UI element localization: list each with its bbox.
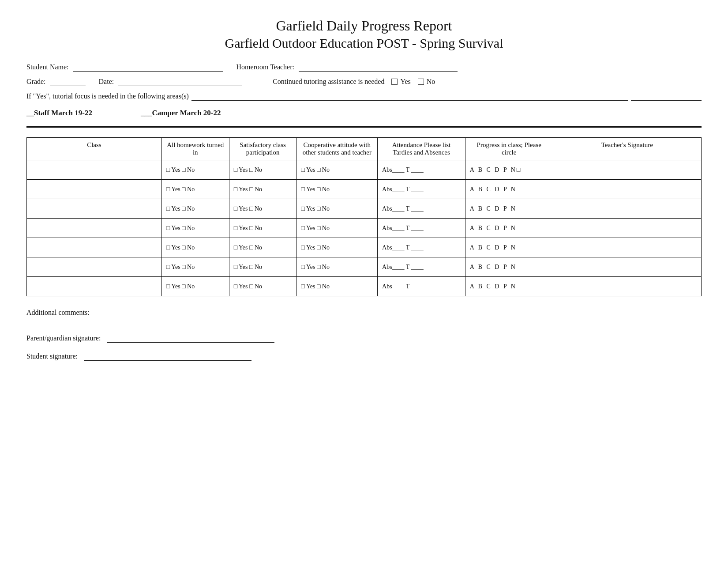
table-header-row: Class All homework turned in Satisfactor… xyxy=(27,138,702,160)
yes-no-cell-1[interactable]: □ Yes □ No xyxy=(229,238,296,257)
divider xyxy=(26,126,702,128)
yes-no-cell-2[interactable]: □ Yes □ No xyxy=(296,277,377,296)
class-cell[interactable] xyxy=(27,277,162,296)
yes-no-cell-2[interactable]: □ Yes □ No xyxy=(296,257,377,277)
yes-no-cell-2[interactable]: □ Yes □ No xyxy=(296,199,377,219)
staff-label: __Staff March 19-22 xyxy=(26,109,92,117)
class-cell[interactable] xyxy=(27,257,162,277)
yes-no-cell-0[interactable]: □ Yes □ No xyxy=(161,219,229,238)
grade-date-row: Grade: Date: Continued tutoring assistan… xyxy=(26,78,702,86)
teacher-sig-cell[interactable] xyxy=(553,160,701,180)
homeroom-teacher-label: Homeroom Teacher: xyxy=(236,63,294,71)
grade-label: Grade: xyxy=(26,78,46,86)
yes-no-cell-0[interactable]: □ Yes □ No xyxy=(161,277,229,296)
yes-no-cell-1[interactable]: □ Yes □ No xyxy=(229,160,296,180)
grade-field[interactable] xyxy=(50,78,86,86)
yes-no-cell-1[interactable]: □ Yes □ No xyxy=(229,257,296,277)
yes-no-cell-0[interactable]: □ Yes □ No xyxy=(161,180,229,199)
student-sig-row: Student signature: xyxy=(26,352,702,361)
yes-no-cell-2[interactable]: □ Yes □ No xyxy=(296,180,377,199)
abs-t-cell[interactable]: Abs____ T ____ xyxy=(378,219,465,238)
table-row: □ Yes □ No□ Yes □ No□ Yes □ NoAbs____ T … xyxy=(27,180,702,199)
main-table: Class All homework turned in Satisfactor… xyxy=(26,137,702,296)
class-cell[interactable] xyxy=(27,199,162,219)
teacher-sig-cell[interactable] xyxy=(553,238,701,257)
no-label: No xyxy=(427,78,435,86)
focus-label: If "Yes", tutorial focus is needed in th… xyxy=(26,92,189,100)
camper-label: ___Camper March 20-22 xyxy=(141,109,221,117)
table-row: □ Yes □ No□ Yes □ No□ Yes □ NoAbs____ T … xyxy=(27,277,702,296)
abs-t-cell[interactable]: Abs____ T ____ xyxy=(378,160,465,180)
yes-no-cell-2[interactable]: □ Yes □ No xyxy=(296,219,377,238)
abs-t-cell[interactable]: Abs____ T ____ xyxy=(378,199,465,219)
page-header: Garfield Daily Progress Report Garfield … xyxy=(26,18,702,51)
parent-sig-line[interactable] xyxy=(107,334,274,343)
title-line2: Garfield Outdoor Education POST - Spring… xyxy=(26,36,702,51)
no-checkbox-label[interactable]: No xyxy=(418,78,435,86)
col-homework-header: All homework turned in xyxy=(161,138,229,160)
class-cell[interactable] xyxy=(27,219,162,238)
date-field[interactable] xyxy=(118,78,242,86)
class-cell[interactable] xyxy=(27,160,162,180)
yes-no-cell-0[interactable]: □ Yes □ No xyxy=(161,160,229,180)
col-class-header: Class xyxy=(27,138,162,160)
class-cell[interactable] xyxy=(27,238,162,257)
signature-section: Parent/guardian signature: Student signa… xyxy=(26,334,702,361)
focus-field2[interactable] xyxy=(631,92,702,101)
homeroom-teacher-field[interactable] xyxy=(299,63,458,72)
parent-sig-label: Parent/guardian signature: xyxy=(26,334,101,342)
grade-letters-cell[interactable]: A B C D P N xyxy=(465,219,553,238)
grade-letters-cell[interactable]: A B C D P N xyxy=(465,199,553,219)
grade-letters-cell[interactable]: A B C D P N xyxy=(465,257,553,277)
teacher-sig-cell[interactable] xyxy=(553,277,701,296)
teacher-sig-cell[interactable] xyxy=(553,219,701,238)
yes-checkbox[interactable] xyxy=(391,79,398,85)
teacher-sig-cell[interactable] xyxy=(553,257,701,277)
yes-no-cell-1[interactable]: □ Yes □ No xyxy=(229,180,296,199)
abs-t-cell[interactable]: Abs____ T ____ xyxy=(378,238,465,257)
yes-label: Yes xyxy=(400,78,410,86)
student-sig-label: Student signature: xyxy=(26,352,78,360)
table-row: □ Yes □ No□ Yes □ No□ Yes □ NoAbs____ T … xyxy=(27,257,702,277)
student-name-label: Student Name: xyxy=(26,63,69,71)
grade-letters-cell[interactable]: A B C D P N□ xyxy=(465,160,553,180)
abs-t-cell[interactable]: Abs____ T ____ xyxy=(378,277,465,296)
table-row: □ Yes □ No□ Yes □ No□ Yes □ NoAbs____ T … xyxy=(27,219,702,238)
abs-t-cell[interactable]: Abs____ T ____ xyxy=(378,257,465,277)
tutoring-label: Continued tutoring assistance is needed xyxy=(273,78,384,86)
grade-letters-cell[interactable]: A B C D P N xyxy=(465,238,553,257)
form-section: Student Name: Homeroom Teacher: Grade: D… xyxy=(26,63,702,117)
focus-field[interactable] xyxy=(191,92,628,101)
yes-no-cell-1[interactable]: □ Yes □ No xyxy=(229,199,296,219)
additional-comments-label: Additional comments: xyxy=(26,309,90,316)
col-participation-header: Satisfactory class participation xyxy=(229,138,296,160)
yes-no-cell-1[interactable]: □ Yes □ No xyxy=(229,219,296,238)
col-signature-header: Teacher's Signature xyxy=(553,138,701,160)
date-label: Date: xyxy=(99,78,114,86)
yes-no-cell-0[interactable]: □ Yes □ No xyxy=(161,257,229,277)
student-name-field[interactable] xyxy=(73,63,223,72)
parent-sig-row: Parent/guardian signature: xyxy=(26,334,702,343)
yes-no-cell-0[interactable]: □ Yes □ No xyxy=(161,238,229,257)
col-cooperative-header: Cooperative attitude with other students… xyxy=(296,138,377,160)
table-row: □ Yes □ No□ Yes □ No□ Yes □ NoAbs____ T … xyxy=(27,199,702,219)
yes-no-cell-2[interactable]: □ Yes □ No xyxy=(296,238,377,257)
title-line1: Garfield Daily Progress Report xyxy=(26,18,702,34)
abs-t-cell[interactable]: Abs____ T ____ xyxy=(378,180,465,199)
grade-letters-cell[interactable]: A B C D P N xyxy=(465,180,553,199)
yes-no-cell-0[interactable]: □ Yes □ No xyxy=(161,199,229,219)
table-row: □ Yes □ No□ Yes □ No□ Yes □ NoAbs____ T … xyxy=(27,160,702,180)
class-cell[interactable] xyxy=(27,180,162,199)
teacher-sig-cell[interactable] xyxy=(553,180,701,199)
no-checkbox[interactable] xyxy=(418,79,424,85)
grade-letters-cell[interactable]: A B C D P N xyxy=(465,277,553,296)
col-progress-header: Progress in class; Please circle xyxy=(465,138,553,160)
yes-no-cell-2[interactable]: □ Yes □ No xyxy=(296,160,377,180)
col-attendance-header: Attendance Please list Tardies and Absen… xyxy=(378,138,465,160)
student-teacher-row: Student Name: Homeroom Teacher: xyxy=(26,63,702,72)
staff-camper-row: __Staff March 19-22 ___Camper March 20-2… xyxy=(26,109,702,117)
teacher-sig-cell[interactable] xyxy=(553,199,701,219)
student-sig-line[interactable] xyxy=(84,352,251,361)
yes-no-cell-1[interactable]: □ Yes □ No xyxy=(229,277,296,296)
yes-checkbox-label[interactable]: Yes xyxy=(391,78,410,86)
